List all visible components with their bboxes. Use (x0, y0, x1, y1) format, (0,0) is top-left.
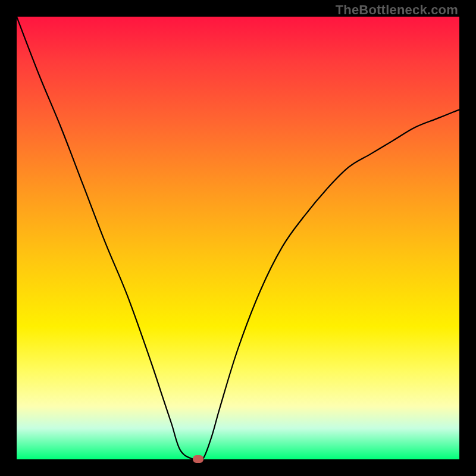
chart-plot-area (17, 17, 459, 459)
chart-marker (193, 455, 203, 463)
chart-curve (17, 17, 459, 459)
curve-path (17, 17, 459, 459)
chart-frame: TheBottleneck.com (0, 0, 476, 476)
watermark-text: TheBottleneck.com (336, 2, 458, 18)
